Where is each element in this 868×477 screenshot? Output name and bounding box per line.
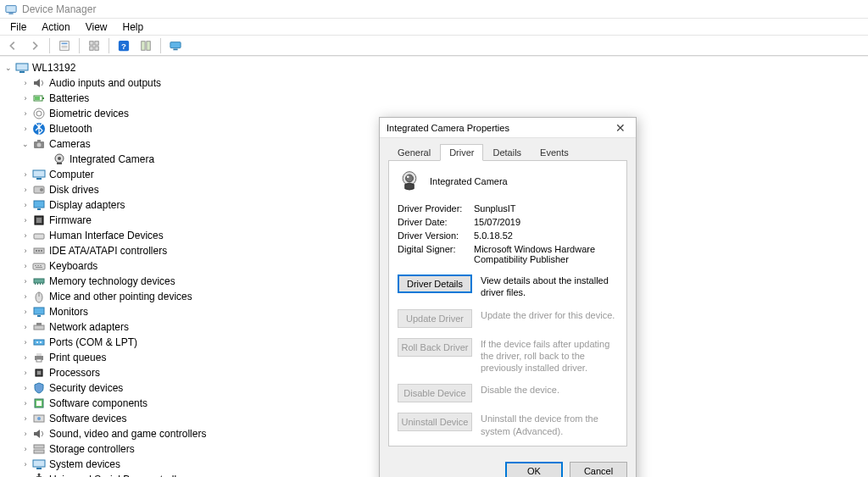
tree-node-label: Bluetooth [49, 123, 92, 135]
battery-icon [32, 92, 46, 105]
chevron-down-icon[interactable]: ⌄ [20, 139, 31, 149]
chevron-right-icon[interactable]: › [20, 429, 31, 439]
menu-file[interactable]: File [3, 19, 33, 35]
svg-rect-47 [36, 267, 42, 268]
menu-action[interactable]: Action [35, 19, 76, 35]
storage-icon [32, 442, 46, 456]
close-icon[interactable]: ✕ [612, 121, 629, 135]
svg-rect-30 [33, 170, 45, 177]
view-icon[interactable] [85, 37, 103, 54]
tree-node-label: Monitors [49, 306, 88, 318]
chevron-right-icon[interactable]: › [20, 307, 31, 317]
biometric-icon [32, 107, 46, 120]
tree-node-label: Biometric devices [49, 108, 129, 119]
hid-icon [32, 229, 46, 242]
chevron-right-icon[interactable]: › [20, 337, 31, 347]
tree-node-label: Batteries [49, 92, 89, 104]
disk-icon [32, 183, 46, 197]
svg-point-21 [34, 108, 44, 119]
chevron-right-icon [41, 154, 51, 164]
svg-rect-44 [35, 265, 36, 266]
tree-node[interactable]: ›Batteries [0, 91, 868, 106]
computer-icon [15, 61, 29, 75]
svg-point-41 [38, 250, 40, 252]
svg-rect-45 [37, 265, 39, 266]
svg-rect-0 [6, 5, 16, 12]
svg-rect-16 [16, 64, 28, 70]
chevron-right-icon[interactable]: › [20, 383, 31, 393]
roll-back-driver-button: Roll Back Driver [398, 338, 472, 357]
tree-node-label: Display adapters [49, 199, 125, 211]
tree-node-label: Human Interface Devices [49, 230, 164, 241]
svg-rect-37 [36, 218, 42, 223]
svg-point-22 [36, 111, 42, 116]
cancel-button[interactable]: Cancel [570, 462, 627, 477]
provider-label: Driver Provider: [398, 203, 474, 214]
bluetooth-icon [32, 122, 46, 136]
chevron-right-icon[interactable]: › [20, 276, 31, 286]
dialog-titlebar[interactable]: Integrated Camera Properties ✕ [380, 118, 636, 138]
svg-rect-4 [62, 46, 68, 47]
tree-node-label: Audio inputs and outputs [49, 77, 161, 89]
monitor-icon [32, 305, 46, 319]
chevron-right-icon[interactable]: › [20, 93, 31, 103]
sound-icon [32, 427, 46, 441]
tree-node[interactable]: ›Audio inputs and outputs [0, 75, 868, 91]
svg-point-79 [406, 175, 414, 182]
chevron-right-icon[interactable]: › [20, 230, 31, 241]
toolbar-separator [49, 38, 50, 53]
toolbar: ? [0, 36, 868, 56]
chevron-right-icon[interactable]: › [20, 78, 31, 88]
show-hidden-icon[interactable] [166, 37, 185, 54]
svg-rect-7 [95, 41, 98, 44]
chevron-right-icon[interactable]: › [20, 185, 31, 195]
svg-rect-9 [95, 46, 98, 49]
chevron-right-icon[interactable]: › [20, 246, 31, 256]
chevron-right-icon[interactable]: › [20, 169, 31, 180]
chevron-down-icon[interactable]: ⌄ [3, 63, 14, 73]
tree-node[interactable]: ⌄WL13192 [0, 60, 868, 75]
svg-rect-3 [62, 42, 68, 44]
driver-details-button[interactable]: Driver Details [398, 275, 472, 293]
forward-icon [25, 37, 44, 54]
tab-general[interactable]: General [388, 144, 440, 161]
chevron-right-icon[interactable]: › [20, 124, 31, 134]
tab-details[interactable]: Details [483, 144, 531, 161]
ok-button[interactable]: OK [505, 462, 563, 477]
chevron-right-icon[interactable]: › [20, 459, 31, 469]
chevron-right-icon[interactable]: › [20, 398, 31, 408]
chevron-right-icon[interactable]: › [20, 413, 31, 424]
chevron-right-icon[interactable]: › [20, 200, 31, 210]
chevron-right-icon[interactable]: › [20, 444, 31, 454]
chevron-right-icon[interactable]: › [20, 291, 31, 302]
svg-rect-51 [40, 283, 41, 285]
tree-node-label: Disk drives [49, 184, 99, 196]
camera-icon [32, 137, 46, 151]
chevron-right-icon[interactable]: › [20, 352, 31, 363]
help-icon[interactable]: ? [114, 37, 133, 54]
svg-rect-43 [33, 263, 45, 269]
chevron-right-icon[interactable]: › [20, 215, 31, 225]
refresh-icon[interactable] [136, 37, 155, 54]
menu-view[interactable]: View [79, 19, 114, 35]
menu-help[interactable]: Help [116, 19, 151, 35]
svg-point-60 [36, 341, 38, 343]
properties-icon[interactable] [55, 37, 74, 54]
svg-rect-17 [19, 71, 25, 73]
version-value: 5.0.18.52 [474, 230, 618, 241]
chevron-right-icon[interactable]: › [20, 322, 31, 332]
system-icon [32, 458, 46, 471]
tab-driver[interactable]: Driver [440, 144, 483, 161]
svg-rect-6 [90, 41, 93, 44]
tree-node-label: Memory technology devices [49, 275, 175, 287]
chevron-right-icon[interactable]: › [20, 368, 31, 378]
mouse-icon [32, 290, 46, 303]
chevron-right-icon[interactable]: › [20, 261, 31, 271]
svg-rect-31 [36, 178, 42, 180]
chevron-right-icon[interactable]: › [20, 108, 31, 119]
tab-events[interactable]: Events [531, 144, 578, 161]
date-label: Driver Date: [398, 217, 474, 227]
svg-rect-19 [42, 97, 44, 99]
version-label: Driver Version: [398, 230, 474, 241]
svg-rect-38 [34, 234, 44, 239]
